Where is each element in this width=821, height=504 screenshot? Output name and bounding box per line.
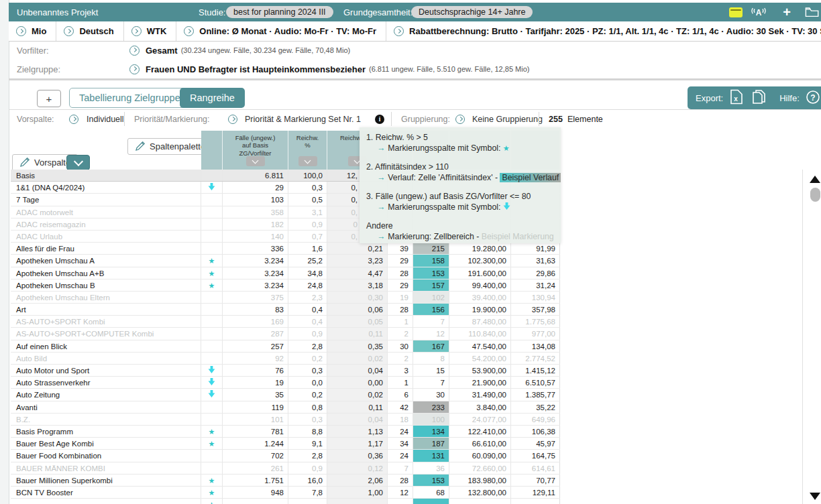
row-title-cell[interactable]: 7 Tage	[11, 194, 201, 205]
prio-meta-value[interactable]: Priorität & Markierung Set Nr. 1	[245, 110, 361, 128]
filter-segment-4[interactable]: Rabattberechnung: Brutto · Tarifjahr: 20…	[386, 21, 821, 41]
row-title-cell[interactable]: Alles für die Frau	[11, 243, 201, 254]
row-title-cell[interactable]: Bauer Millionen Superkombi	[11, 475, 201, 486]
row-title-cell[interactable]: Auf einen Blick	[11, 340, 201, 352]
table-row[interactable]: Apotheken Umschau Eltern3752,30,30191023…	[11, 292, 560, 304]
row-title-cell[interactable]: AS-AUTO+SPORT Kombi	[11, 316, 201, 327]
chevron-circle-icon[interactable]	[228, 115, 237, 124]
table-row[interactable]: Apotheken Umschau A★3.23425,23,232915810…	[11, 255, 560, 267]
row-title-cell[interactable]: Auto Strassenverkehr	[11, 377, 201, 388]
note-icon[interactable]	[728, 5, 743, 19]
gruppierung-meta-label: Gruppierung:	[401, 110, 450, 128]
plus-icon[interactable]: +	[779, 5, 794, 19]
vorspalte-dropdown-button[interactable]	[66, 155, 90, 170]
row-title-cell[interactable]: Bauer Best Age Kombi	[11, 438, 201, 449]
chevron-circle-icon[interactable]	[455, 115, 465, 124]
value-cell: 29,86	[511, 267, 560, 279]
table-row[interactable]: Auto Strassenverkehr190,00,001721.900,00…	[11, 377, 560, 389]
row-title-cell[interactable]: Apotheken Umschau B	[11, 279, 201, 291]
table-row[interactable]: Basis Programm★7818,81,1324134122.410,00…	[11, 426, 560, 438]
scrollbar-thumb[interactable]	[810, 188, 820, 202]
vorspalte-meta-value[interactable]: Individuell	[87, 110, 124, 128]
table-row[interactable]: AS-AUTO+SPORT+COMPUTER Kombi2870,90,1121…	[11, 328, 560, 340]
row-title-cell[interactable]: Apotheken Umschau A	[11, 255, 201, 266]
value-cell: 153	[413, 475, 449, 486]
tab-rangreihe[interactable]: Rangreihe	[180, 88, 245, 108]
table-row[interactable]: Alles für die Frau3361,60,213921519.280,…	[11, 243, 560, 255]
add-tab-button[interactable]: +	[37, 90, 61, 107]
row-marker-cell	[201, 450, 223, 461]
chevron-circle-icon[interactable]	[69, 115, 78, 124]
value-cell: 2	[388, 328, 413, 339]
row-title-cell[interactable]: ADAC motorwelt	[11, 206, 201, 218]
spaltenpalette-button[interactable]: Spaltenpalette	[127, 138, 213, 155]
filter-segment-3[interactable]: Online: Ø Monat · Audio: Mo-Fr · TV: Mo-…	[176, 21, 386, 41]
row-marker-cell	[201, 182, 223, 193]
star-marker-icon: ★	[209, 269, 215, 277]
studie-pill[interactable]: best for planning 2024 III	[226, 6, 333, 18]
vorfilter-value[interactable]: Gesamt	[146, 46, 178, 56]
table-row[interactable]: Auto Zeitung350,20,0263031.490,001.385,7…	[11, 389, 560, 401]
value-cell: 28	[388, 475, 413, 486]
chevron-circle-icon[interactable]	[129, 46, 140, 56]
table-row[interactable]: Auto Motor und Sport760,30,0431553.900,0…	[11, 365, 560, 377]
row-title-cell[interactable]: Bauer Food Kombination	[11, 450, 201, 461]
antenna-icon[interactable]: A	[751, 5, 766, 19]
value-cell: 0,9	[288, 328, 327, 339]
row-title-cell[interactable]: Auto Zeitung	[11, 389, 201, 400]
value-cell: 2	[388, 353, 413, 364]
export-excel-icon[interactable]: x	[730, 89, 743, 107]
table-row[interactable]: Apotheken Umschau B★3.23424,83,182915799…	[11, 279, 560, 292]
row-title-cell[interactable]	[11, 499, 201, 504]
row-title-cell[interactable]: ADAC reisemagazin	[11, 218, 201, 230]
grundgesamtheit-pill[interactable]: Deutschsprachige 14+ Jahre	[411, 6, 533, 18]
value-cell: 0,2	[288, 389, 327, 400]
table-row[interactable]: BCN TV Booster★9487,81,001268132.800,001…	[11, 487, 560, 499]
table-row[interactable]: Apotheken Umschau A+B★3.23434,84,4728153…	[11, 267, 560, 279]
chevron-circle-icon[interactable]	[129, 64, 140, 74]
row-title-cell[interactable]: BCN TV Booster	[11, 487, 201, 498]
folder-icon[interactable]	[805, 5, 820, 19]
row-title-cell[interactable]: AS-AUTO+SPORT+COMPUTER Kombi	[11, 328, 201, 339]
row-title-cell[interactable]: ADAC Urlaub	[11, 231, 201, 242]
table-row[interactable]: Art830,40,062815619.900,00357,98	[11, 304, 560, 316]
table-row[interactable]: BAUER MÄNNER KOMBI2610,90,1273672.660,00…	[11, 462, 560, 475]
row-title-cell[interactable]: Basis Programm	[11, 426, 201, 437]
scroll-down-arrow[interactable]	[810, 493, 820, 500]
row-title-cell[interactable]: Apotheken Umschau A+B	[11, 267, 201, 279]
row-title-cell[interactable]: 1&1 (DNA Q4/2024)	[11, 182, 201, 193]
filter-segment-2[interactable]: WTK	[124, 21, 177, 41]
table-row[interactable]: Bauer Food Kombination7022,80,362413160.…	[11, 450, 560, 462]
row-title-cell[interactable]: Art	[11, 304, 201, 315]
table-row[interactable]: Bauer Millionen Superkombi★1.75116,02,06…	[11, 475, 560, 487]
filter-segment-1[interactable]: Deutsch	[56, 21, 123, 41]
table-row[interactable]: ★	[11, 499, 560, 504]
info-icon[interactable]: i	[375, 115, 384, 124]
value-cell: 0,8	[288, 401, 327, 413]
row-title-cell[interactable]: Basis	[11, 170, 201, 181]
table-row[interactable]: Auto Bild920,20,022854.200,002.774,52	[11, 353, 560, 365]
scroll-up-arrow[interactable]	[810, 176, 820, 183]
zielgruppe-value[interactable]: Frauen UND Befragter ist Haupteinkommens…	[146, 64, 366, 74]
export-copy-icon[interactable]	[751, 89, 767, 107]
table-row[interactable]: AS-AUTO+SPORT Kombi1690,40,051787.480,00…	[11, 316, 560, 328]
filter-segment-0[interactable]: Mio	[9, 21, 56, 41]
row-title-cell[interactable]: B.Z.	[11, 414, 201, 425]
table-row[interactable]: B.Z.1010,30,041810024.077,00649,96	[11, 414, 560, 426]
table-row[interactable]: Auf einen Blick2572,80,353016747.540,001…	[11, 340, 560, 353]
row-title-cell[interactable]: Avanti	[11, 401, 201, 413]
table-row[interactable]: Avanti1190,80,11422333.840,0035,22	[11, 401, 560, 414]
tab-tabellierung-zielgruppen[interactable]: Tabellierung Zielgruppen	[69, 88, 196, 108]
column-header-2: Reichw.%	[288, 131, 327, 170]
row-title-cell[interactable]: Auto Motor und Sport	[11, 365, 201, 376]
column-menu-button[interactable]	[298, 156, 317, 166]
table-row[interactable]: Bauer Best Age Kombi★1.2449,11,173418766…	[11, 438, 560, 450]
column-menu-button[interactable]	[246, 156, 265, 166]
row-title-cell[interactable]: Auto Bild	[11, 353, 201, 364]
vorfilter-detail: (30.234 ungew. Fälle, 30.234 gew. Fälle,…	[181, 46, 351, 54]
gruppierung-meta-value[interactable]: Keine Gruppierung	[472, 110, 543, 128]
row-title-cell[interactable]: BAUER MÄNNER KOMBI	[11, 462, 201, 474]
help-icon[interactable]: ?	[806, 90, 820, 107]
row-title-cell[interactable]: Apotheken Umschau Eltern	[11, 292, 201, 303]
value-cell	[511, 499, 560, 504]
